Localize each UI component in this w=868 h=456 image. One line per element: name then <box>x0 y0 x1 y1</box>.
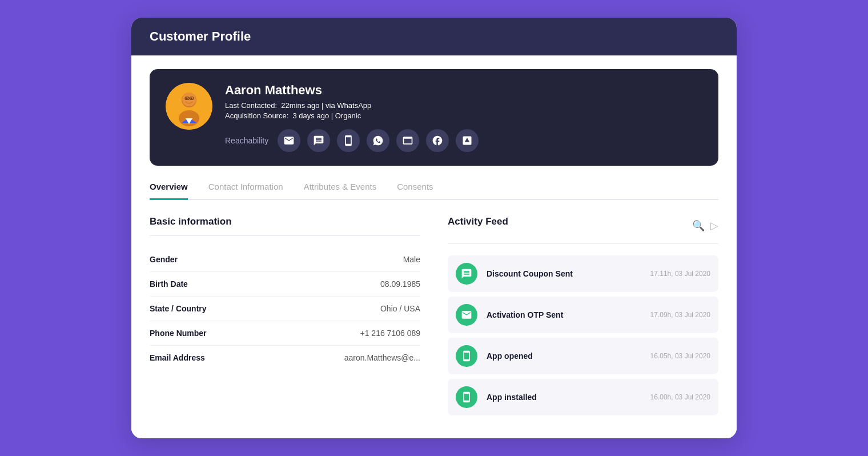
activity-time-4: 16.00h, 03 Jul 2020 <box>650 393 710 401</box>
activity-divider <box>448 243 718 244</box>
tab-attributes-events[interactable]: Attributes & Events <box>304 182 377 200</box>
last-contacted-value: 22mins ago | via WhatsApp <box>281 101 371 110</box>
state-country-label: State / Country <box>150 304 207 313</box>
svg-point-4 <box>186 97 188 99</box>
last-contacted-label: Last Contacted: <box>225 101 277 110</box>
activity-action-icons: 🔍 ▷ <box>692 219 718 232</box>
card-body: Aaron Matthews Last Contacted: 22mins ag… <box>131 55 737 438</box>
profile-info: Aaron Matthews Last Contacted: 22mins ag… <box>225 83 702 152</box>
gender-value: Male <box>403 255 420 264</box>
basic-info-title: Basic information <box>150 216 420 227</box>
tab-overview[interactable]: Overview <box>150 182 188 200</box>
info-row-birthdate: Birth Date 08.09.1985 <box>150 272 420 297</box>
activity-icon-mobile-2 <box>456 386 477 408</box>
card-header: Customer Profile <box>131 18 737 55</box>
reachability-row: Reachability <box>225 129 702 152</box>
gender-label: Gender <box>150 255 178 264</box>
profile-banner: Aaron Matthews Last Contacted: 22mins ag… <box>150 69 718 166</box>
acquisition-value: 3 days ago | Organic <box>293 111 361 120</box>
last-contacted: Last Contacted: 22mins ago | via WhatsAp… <box>225 101 702 110</box>
email-value: aaron.Matthews@e... <box>344 353 420 362</box>
customer-profile-card: Customer Profile <box>131 18 737 438</box>
info-row-state-country: State / Country Ohio / USA <box>150 297 420 321</box>
basic-info-section: Basic information Gender Male Birth Date… <box>150 216 420 420</box>
email-reach-icon[interactable] <box>278 129 300 152</box>
filter-activity-icon[interactable]: ▷ <box>710 219 718 232</box>
activity-item-3: App opened 16.05h, 03 Jul 2020 <box>448 338 718 374</box>
activity-time-3: 16.05h, 03 Jul 2020 <box>650 352 710 360</box>
activity-icon-email <box>456 304 477 326</box>
acquisition-label: Acquisition Source: <box>225 111 288 120</box>
birthdate-value: 08.09.1985 <box>380 279 420 289</box>
activity-label-3: App opened <box>487 351 641 361</box>
profile-name: Aaron Matthews <box>225 83 702 98</box>
activity-label-1: Discount Coupon Sent <box>487 269 641 278</box>
sms-reach-icon[interactable] <box>307 129 330 152</box>
phone-value: +1 216 7106 089 <box>360 329 421 338</box>
mobile-reach-icon[interactable] <box>337 129 360 152</box>
browser-reach-icon[interactable] <box>396 129 419 152</box>
phone-label: Phone Number <box>150 329 207 338</box>
activity-feed-section: Activity Feed 🔍 ▷ Discount Coupon Sent <box>448 216 718 420</box>
reachability-label: Reachability <box>225 136 268 145</box>
page-title: Customer Profile <box>150 29 251 43</box>
activity-header: Activity Feed 🔍 ▷ <box>448 216 718 235</box>
info-row-email: Email Address aaron.Matthews@e... <box>150 346 420 370</box>
activity-label-4: App installed <box>487 393 641 402</box>
tab-contact-information[interactable]: Contact Information <box>208 182 283 200</box>
tabs: Overview Contact Information Attributes … <box>150 182 718 200</box>
content-area: Basic information Gender Male Birth Date… <box>150 216 718 420</box>
app-reach-icon[interactable] <box>456 129 479 152</box>
activity-feed-title: Activity Feed <box>448 216 508 227</box>
facebook-reach-icon[interactable] <box>426 129 449 152</box>
info-row-phone: Phone Number +1 216 7106 089 <box>150 321 420 346</box>
activity-item-2: Activation OTP Sent 17.09h, 03 Jul 2020 <box>448 297 718 333</box>
whatsapp-reach-icon[interactable] <box>367 129 389 152</box>
svg-point-5 <box>190 97 192 99</box>
activity-item-4: App installed 16.00h, 03 Jul 2020 <box>448 379 718 415</box>
birthdate-label: Birth Date <box>150 279 188 289</box>
activity-item-1: Discount Coupon Sent 17.11h, 03 Jul 2020 <box>448 255 718 292</box>
info-row-gender: Gender Male <box>150 247 420 272</box>
activity-time-1: 17.11h, 03 Jul 2020 <box>650 270 710 278</box>
avatar <box>166 83 212 130</box>
activity-time-2: 17.09h, 03 Jul 2020 <box>650 311 710 319</box>
activity-label-2: Activation OTP Sent <box>487 310 641 319</box>
activity-icon-mobile-1 <box>456 345 477 367</box>
state-country-value: Ohio / USA <box>380 304 420 313</box>
tab-consents[interactable]: Consents <box>397 182 433 200</box>
acquisition-source: Acquisition Source: 3 days ago | Organic <box>225 111 702 120</box>
basic-info-divider <box>150 235 420 236</box>
search-activity-icon[interactable]: 🔍 <box>692 219 705 232</box>
activity-icon-sms <box>456 263 477 285</box>
email-label: Email Address <box>150 353 205 362</box>
